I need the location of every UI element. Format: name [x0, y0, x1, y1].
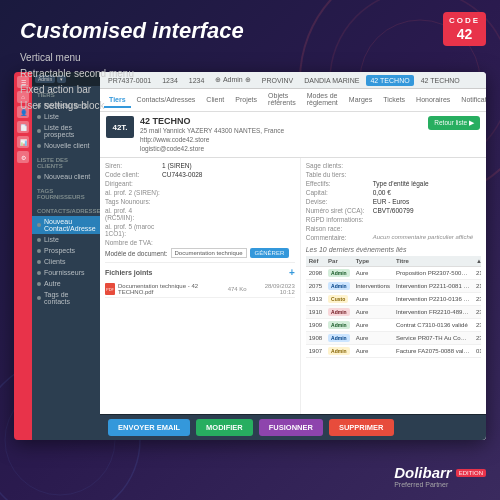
cell-par: Admin [325, 306, 353, 319]
sidebar: Admin ▾ Tiers Nouveau tiers Liste Liste … [32, 72, 100, 440]
cell-date: 23/10/2023 19:45 [473, 306, 481, 319]
cell-date: 23/10/2023 19:44 [473, 319, 481, 332]
merge-button[interactable]: FUSIONNER [259, 419, 323, 436]
feature-4: User settings block [20, 98, 244, 114]
nav-item-42techno-active[interactable]: 42 TECHNO [366, 75, 413, 86]
sidebar-section-contacts: Contacts/Adresses Nouveau Contact/Adress… [32, 206, 100, 307]
settings-icon[interactable]: ⚙ [17, 151, 29, 163]
right-row-rgpd: RGPD informations: [306, 216, 481, 223]
add-file-icon[interactable]: + [289, 267, 295, 278]
info-row-siren2: al. prof. 2 (SIREN): [105, 189, 295, 196]
delete-button[interactable]: SUPPRIMER [329, 419, 394, 436]
sidebar-item-nouveau-client[interactable]: Nouvelle client [32, 140, 100, 151]
sidebar-item-prospects[interactable]: Liste des prospects [32, 122, 100, 140]
dot-icon [37, 249, 41, 253]
col-date: ▲ Date [473, 256, 481, 267]
right-fields: Sage clients: Table du tiers: Effectifs:… [306, 162, 481, 243]
dot-icon [37, 223, 41, 227]
table-row: 1910 Admin Aure Intervention FR2210-4891… [306, 306, 481, 319]
send-email-button[interactable]: ENVOYER EMAIL [108, 419, 190, 436]
cell-date: 21/10/2023 09:11 [473, 267, 481, 280]
dolibarr-name: Dolibarr [394, 464, 452, 481]
tab-tickets[interactable]: Tickets [378, 93, 410, 108]
dot-icon [37, 115, 41, 119]
model-select[interactable]: Documentation technique [171, 248, 247, 258]
sidebar-section-clients: Liste des clients Nouveau client [32, 155, 100, 182]
cell-par: Admin [325, 280, 353, 293]
info-row-dirigeant: Dirigeant: [105, 180, 295, 187]
sidebar-item-clients-contacts[interactable]: Clients [32, 256, 100, 267]
info-panel-left: Siren: 1 (SIREN) Code client: CU7443-002… [100, 158, 301, 414]
content-area: 42T. 42 TECHNO 25 mail Yannick YAZERY 44… [100, 112, 486, 440]
sidebar-section-contacts-title: Contacts/Adresses [32, 206, 100, 216]
code42-text-line2: 42 [449, 26, 480, 43]
chart-icon[interactable]: 📊 [17, 136, 29, 148]
info-row-siren: Siren: 1 (SIREN) [105, 162, 295, 169]
cell-type: Aure [353, 345, 393, 358]
company-header: 42T. 42 TECHNO 25 mail Yannick YAZERY 44… [100, 112, 486, 158]
col-ref: Réf [306, 256, 325, 267]
company-address: 25 mail Yannick YAZERY 44300 NANTES, Fra… [140, 126, 422, 135]
col-par: Par [325, 256, 353, 267]
company-info: 42 TECHNO 25 mail Yannick YAZERY 44300 N… [140, 116, 422, 153]
dot-icon [37, 296, 41, 300]
vertical-icon-bar: ☰ ⌂ 👤 📄 📊 ⚙ [14, 72, 32, 440]
tab-marges[interactable]: Marges [344, 93, 377, 108]
tab-notifs[interactable]: Notifications [456, 93, 486, 108]
right-row-commentaire: Commentaire: Aucun commentaire particuli… [306, 234, 481, 241]
dot-icon [37, 282, 41, 286]
tab-objets[interactable]: Objets référents [263, 89, 301, 111]
generate-bar: Modèle de document: Documentation techni… [105, 248, 295, 258]
right-row-devise: Devise: EUR - Euros [306, 198, 481, 205]
table-row: 1907 Admin Aure Facture FA2075-0088 vali… [306, 345, 481, 358]
cell-ref: 1913 [306, 293, 325, 306]
table-row: 1909 Admin Aure Contrat C7310-0136 valid… [306, 319, 481, 332]
sidebar-item-tags-contacts[interactable]: Tags de contacts [32, 289, 100, 307]
cell-type: Aure [353, 293, 393, 306]
sidebar-item-fournisseurs[interactable]: Fournisseurs [32, 267, 100, 278]
sidebar-item-autre[interactable]: Autre [32, 278, 100, 289]
info-row-tags: Tags Nounours: [105, 198, 295, 205]
sidebar-item-new-client[interactable]: Nouveau client [32, 171, 100, 182]
edit-button[interactable]: MODIFIER [196, 419, 253, 436]
feature-2: Retractable second menu [20, 66, 244, 82]
nav-item-provinv[interactable]: PROVINV [258, 75, 298, 86]
cell-type: Aure [353, 319, 393, 332]
doc-icon[interactable]: 📄 [17, 121, 29, 133]
nav-item-dandia[interactable]: DANDIA MARINE [300, 75, 363, 86]
cell-titre: Intervention FR2210-4891 validée [393, 306, 473, 319]
sidebar-item-nouveau-contact[interactable]: Nouveau Contact/Adresse [32, 216, 100, 234]
dot-icon [37, 175, 41, 179]
sidebar-section-tags-title: Tags fournisseurs [32, 186, 100, 202]
return-list-button[interactable]: Retour liste ▶ [428, 116, 480, 130]
edition-badge: EDITION [456, 469, 486, 477]
generate-button[interactable]: GÉNÉRER [250, 248, 290, 258]
right-row-table: Table du tiers: [306, 171, 481, 178]
cell-titre: Intervention P2210-0136 validée [393, 293, 473, 306]
right-row-effectifs: Effectifs: Type d'entité légale [306, 180, 481, 187]
dot-icon [37, 260, 41, 264]
app-container: ☰ ⌂ 👤 📄 📊 ⚙ Admin ▾ Tiers Nouveau tiers … [14, 72, 486, 440]
cell-date: 01/01/2023 15:44 [473, 345, 481, 358]
table-row: 2098 Admin Aure Proposition PR2307-5006 … [306, 267, 481, 280]
cell-par: Admin [325, 267, 353, 280]
cell-type: Aure [353, 267, 393, 280]
events-title: Les 10 derniers événements liés [306, 246, 481, 253]
tab-modes[interactable]: Modes de règlement [302, 89, 343, 111]
cell-titre: Proposition PR2307-5006 valide [393, 267, 473, 280]
main-content: PR7437-0001 1234 1234 ⊕ Admin ⊕ PROVINV … [100, 72, 486, 440]
right-row-sage: Sage clients: [306, 162, 481, 169]
cell-titre: Facture FA2075-0088 validée [393, 345, 473, 358]
sidebar-item-prospects-contacts[interactable]: Prospects [32, 245, 100, 256]
right-row-raison: Raison race: [306, 225, 481, 232]
sidebar-item-liste-contacts[interactable]: Liste [32, 234, 100, 245]
sidebar-section-clients-title: Liste des clients [32, 155, 100, 171]
cell-ref: 1908 [306, 332, 325, 345]
tab-honoraires[interactable]: Honoraires [411, 93, 455, 108]
right-row-capital: Capital: 0,00 € [306, 189, 481, 196]
nav-item-42techno2[interactable]: 42 TECHNO [417, 75, 464, 86]
dot-icon [37, 271, 41, 275]
cell-date: 23/10/2023 19:44 [473, 332, 481, 345]
col-type: Type [353, 256, 393, 267]
header-area: Customised interface Vertical menu Retra… [20, 18, 244, 114]
